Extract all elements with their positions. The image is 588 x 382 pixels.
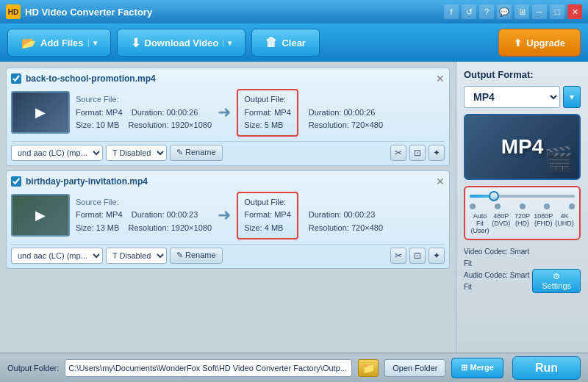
run-button[interactable]: Run	[512, 356, 581, 380]
minimize-btn[interactable]: ─	[532, 4, 547, 19]
browse-folder-button[interactable]: 📁	[358, 359, 379, 377]
out-fmt-value: MP4	[274, 108, 291, 117]
audio-track-select[interactable]: und aac (LC) (mp...	[11, 145, 103, 161]
format-preview-label: MP4	[501, 135, 544, 159]
settings-button[interactable]: ⚙ Settings	[532, 269, 581, 293]
toolbar: 📂 Add Files ▾ ⬇ Download Video ▾ 🗑 Clear…	[0, 24, 588, 62]
out-right-spacer	[309, 93, 445, 107]
out-fmt-label: Format:	[244, 210, 274, 219]
rename-button[interactable]: ✎ Rename	[170, 145, 223, 161]
file-name: back-to-school-promotion.mp4	[26, 73, 431, 84]
output-format-row: Output File:	[244, 93, 291, 107]
format-dropdown-arrow[interactable]: ▾	[563, 86, 581, 108]
window-controls: f ↺ ? 💬 ⊞ ─ □ ✕	[444, 4, 582, 19]
output-size-row: Size: 4 MB	[244, 222, 291, 235]
help-btn[interactable]: ?	[479, 4, 494, 19]
file-header: back-to-school-promotion.mp4 ✕	[11, 73, 445, 84]
file-close-button[interactable]: ✕	[436, 73, 445, 84]
refresh-btn[interactable]: ↺	[462, 4, 476, 19]
clear-button[interactable]: 🗑 Clear	[251, 29, 320, 57]
open-folder-button[interactable]: Open Folder	[384, 359, 445, 377]
audio-track-select[interactable]: und aac (LC) (mp...	[11, 248, 103, 264]
title-bar: HD HD Video Converter Factory f ↺ ? 💬 ⊞ …	[0, 0, 588, 24]
rename-button[interactable]: ✎ Rename	[170, 248, 223, 264]
size-label: Size:	[76, 223, 96, 232]
file-checkbox[interactable]	[11, 176, 21, 187]
quality-label-2: 480P (DVD)	[491, 212, 512, 234]
bottom-bar: Output Folder: 📁 Open Folder ⊞ Merge Run	[0, 353, 588, 382]
download-video-button[interactable]: ⬇ Download Video ▾	[117, 29, 246, 57]
add-files-icon: 📂	[21, 36, 36, 50]
output-folder-label: Output Folder:	[7, 364, 59, 372]
output-info-right: Duration: 00:00:23 Resolution: 720×480	[309, 196, 445, 235]
maximize-btn[interactable]: □	[550, 4, 564, 19]
add-files-label: Add Files	[40, 37, 84, 48]
file-thumbnail: ▶	[11, 194, 70, 237]
download-video-label: Download Video	[145, 37, 219, 48]
download-video-arrow[interactable]: ▾	[223, 39, 232, 47]
chat-btn[interactable]: 💬	[497, 4, 512, 19]
facebook-btn[interactable]: f	[444, 4, 459, 19]
file-item: birthday-party-invitation.mp4 ✕ ▶ Source…	[6, 170, 450, 269]
upgrade-button[interactable]: ⬆ Upgrade	[498, 29, 581, 57]
out-dur-label: Duration:	[309, 210, 344, 219]
preview-decoration: 🎬	[544, 145, 573, 173]
format-select-row: MP4 ▾	[464, 86, 581, 108]
file-body: ▶ Source File: Format: MP4 Duration: 00:…	[11, 192, 445, 239]
upgrade-icon: ⬆	[514, 37, 522, 48]
format-label: Format:	[76, 210, 106, 219]
quality-dot-4	[544, 203, 550, 209]
effects-button[interactable]: ✦	[429, 145, 445, 161]
share-btn[interactable]: ⊞	[514, 4, 529, 19]
out-label: Output File:	[244, 95, 286, 104]
add-files-arrow[interactable]: ▾	[88, 39, 97, 47]
format-value: MP4	[106, 108, 123, 117]
trim-button[interactable]: ✂	[390, 248, 406, 264]
source-format-detail: Format: MP4 Duration: 00:00:26	[76, 107, 212, 120]
file-close-button[interactable]: ✕	[436, 176, 445, 187]
quality-box: Auto Fit (User) 480P (DVD) 720P (HD) 108…	[464, 186, 581, 240]
play-icon: ▶	[35, 207, 46, 223]
format-preview: MP4 🎬	[464, 114, 581, 180]
crop-button[interactable]: ⊡	[409, 145, 426, 161]
codec-info: Video Codec: Smart Fit Audio Codec: Smar…	[464, 246, 532, 293]
close-btn[interactable]: ✕	[567, 4, 582, 19]
subtitle-select[interactable]: T Disabled	[106, 145, 167, 161]
size-value: 13 MB	[96, 223, 120, 232]
convert-arrow: ➜	[218, 103, 231, 122]
quality-label-1: Auto Fit (User)	[470, 212, 490, 234]
out-dur-value: 00:00:23	[344, 210, 376, 219]
download-video-icon: ⬇	[131, 36, 140, 50]
output-info-right: Duration: 00:00:26 Resolution: 720×480	[309, 93, 445, 132]
subtitle-select[interactable]: T Disabled	[106, 248, 167, 264]
file-checkbox[interactable]	[11, 73, 21, 84]
source-info: Source File: Format: MP4 Duration: 00:00…	[76, 93, 212, 132]
out-res-value: 720×480	[351, 223, 383, 232]
upgrade-label: Upgrade	[526, 37, 565, 48]
merge-button[interactable]: ⊞ Merge	[451, 358, 503, 378]
source-format-row: Source File:	[76, 196, 212, 209]
out-right-resolution: Resolution: 720×480	[309, 119, 445, 132]
format-value: MP4	[106, 210, 123, 219]
source-format-detail: Format: MP4 Duration: 00:00:23	[76, 209, 212, 222]
crop-button[interactable]: ⊡	[409, 248, 426, 264]
output-info-box: Output File: Format: MP4 Size: 5 MB	[237, 89, 298, 137]
video-codec-label: Video Codec: Smart Fit	[464, 246, 532, 270]
right-panel: Output Format: MP4 ▾ MP4 🎬	[456, 62, 588, 353]
out-size-label: Size:	[244, 223, 265, 232]
add-files-button[interactable]: 📂 Add Files ▾	[7, 29, 111, 57]
source-label: Source File:	[76, 198, 119, 206]
trim-button[interactable]: ✂	[390, 145, 406, 161]
file-controls: und aac (LC) (mp... T Disabled ✎ Rename …	[11, 244, 445, 264]
output-path-input[interactable]	[65, 359, 352, 377]
out-size-value: 5 MB	[265, 120, 284, 129]
output-format-label: Output Format:	[464, 69, 581, 80]
out-dur-value: 00:00:26	[344, 108, 376, 117]
format-select[interactable]: MP4	[464, 86, 560, 108]
effects-button[interactable]: ✦	[429, 248, 445, 264]
out-size-label: Size:	[244, 120, 265, 129]
quality-slider-thumb[interactable]	[489, 191, 499, 201]
quality-dot-3	[520, 203, 526, 209]
file-header: birthday-party-invitation.mp4 ✕	[11, 176, 445, 187]
file-item: back-to-school-promotion.mp4 ✕ ▶ Source …	[6, 68, 450, 166]
